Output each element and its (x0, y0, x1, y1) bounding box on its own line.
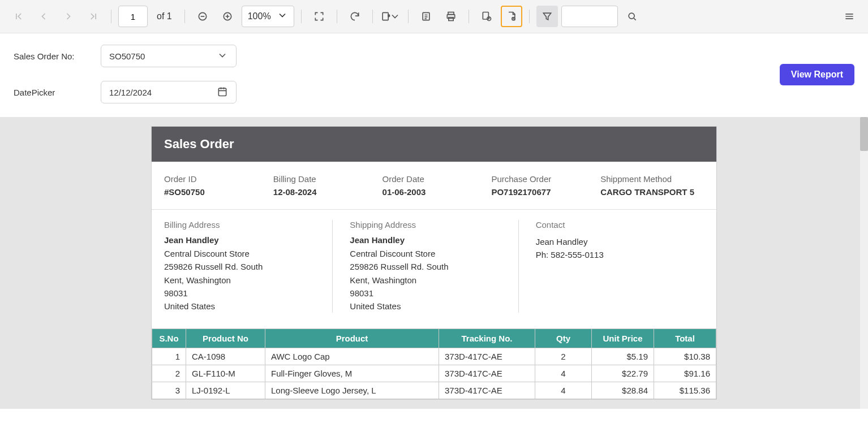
separator (337, 10, 337, 23)
page-of-label: of 1 (157, 11, 172, 21)
search-button[interactable] (621, 6, 643, 27)
view-report-button[interactable]: View Report (780, 64, 854, 85)
order-id-value: #SO50750 (164, 187, 268, 197)
refresh-button[interactable] (344, 6, 366, 27)
date-picker-input[interactable]: 12/12/2024 (101, 81, 237, 103)
separator (372, 10, 373, 23)
ship-method-label: Shippment Method (600, 174, 704, 184)
svg-point-10 (629, 13, 634, 19)
chevron-down-icon (217, 50, 228, 63)
order-date-value: 01-06-2003 (383, 187, 486, 197)
page-setup-button[interactable] (476, 6, 497, 27)
billing-address: Billing Address Jean Handley Central Dis… (164, 220, 332, 313)
report-toolbar: of 1 100% (0, 0, 868, 33)
last-page-button[interactable] (83, 6, 104, 27)
col-product: Product (265, 329, 439, 348)
po-label: Purchase Order (491, 174, 595, 184)
date-picker-label: DatePicker (14, 88, 93, 97)
ship-method-value: CARGO TRANSPORT 5 (600, 187, 704, 197)
separator (469, 10, 469, 23)
separator (184, 10, 185, 23)
separator (529, 10, 530, 23)
col-sno: S.No (152, 329, 186, 348)
separator (408, 10, 409, 23)
table-row: 3LJ-0192-LLong-Sleeve Logo Jersey, L373D… (152, 382, 716, 399)
vertical-scrollbar[interactable] (860, 117, 868, 409)
col-qty: Qty (535, 329, 592, 348)
col-total: Total (654, 329, 716, 348)
export-button[interactable] (380, 6, 401, 27)
address-row: Billing Address Jean Handley Central Dis… (152, 210, 716, 328)
report-canvas: Sales Order Order ID #SO50750 Billing Da… (0, 117, 868, 409)
page-number-input[interactable] (118, 6, 148, 27)
menu-button[interactable] (839, 6, 860, 27)
table-row: 1CA-1098AWC Logo Cap373D-417C-AE2$5.19$1… (152, 348, 716, 365)
shipping-address: Shipping Address Jean Handley Central Di… (332, 220, 518, 313)
order-no-label: Sales Order No: (14, 51, 93, 61)
line-items-table: S.No Product No Product Tracking No. Qty… (152, 328, 716, 399)
report-page: Sales Order Order ID #SO50750 Billing Da… (151, 126, 717, 400)
zoom-value: 100% (248, 11, 271, 21)
chevron-down-icon (277, 10, 288, 23)
table-row: 2GL-F110-MFull-Finger Gloves, M373D-417C… (152, 365, 716, 382)
po-value: PO7192170677 (491, 187, 595, 197)
date-value: 12/12/2024 (109, 88, 152, 97)
billing-date-label: Billing Date (273, 174, 377, 184)
first-page-button[interactable] (8, 6, 29, 27)
parameters-panel: Sales Order No: SO50750 DatePicker 12/12… (0, 33, 868, 117)
find-input[interactable] (561, 6, 618, 27)
fit-page-button[interactable] (308, 6, 330, 27)
filter-button[interactable] (536, 6, 558, 27)
col-productno: Product No (186, 329, 265, 348)
separator (301, 10, 302, 23)
calendar-icon (217, 86, 228, 99)
separator (111, 10, 111, 23)
svg-rect-2 (383, 12, 388, 20)
billing-date-value: 12-08-2024 (273, 187, 377, 197)
order-meta-row: Order ID #SO50750 Billing Date 12-08-202… (152, 162, 716, 210)
prev-page-button[interactable] (33, 6, 54, 27)
zoom-out-button[interactable] (192, 6, 213, 27)
print-button[interactable] (440, 6, 462, 27)
zoom-select[interactable]: 100% (242, 6, 294, 27)
col-unit: Unit Price (592, 329, 654, 348)
zoom-in-button[interactable] (217, 6, 238, 27)
col-tracking: Tracking No. (439, 329, 535, 348)
scrollbar-thumb[interactable] (860, 117, 868, 151)
svg-rect-11 (218, 88, 226, 96)
document-map-button[interactable] (415, 6, 437, 27)
order-no-select[interactable]: SO50750 (101, 45, 237, 67)
order-no-value: SO50750 (109, 51, 145, 61)
order-id-label: Order ID (164, 174, 268, 184)
order-date-label: Order Date (383, 174, 486, 184)
contact-block: Contact Jean Handley Ph: 582-555-0113 (518, 220, 704, 313)
export-settings-button[interactable] (501, 6, 522, 27)
report-title: Sales Order (152, 127, 716, 162)
next-page-button[interactable] (58, 6, 79, 27)
